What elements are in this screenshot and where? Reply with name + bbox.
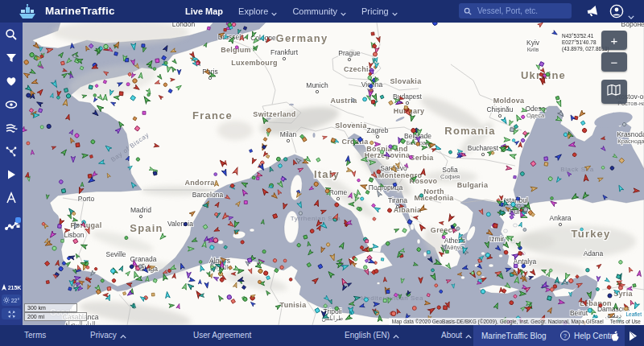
left-toolbar: 215K 22° — [0, 23, 23, 325]
vessel-search-icon[interactable] — [5, 28, 18, 41]
scale-mi: 200 mi — [24, 312, 87, 321]
svg-text:Italy: Italy — [314, 168, 340, 180]
svg-text:Ankara: Ankara — [550, 214, 572, 222]
svg-text:Turkey: Turkey — [572, 228, 611, 240]
sidebar-status: 215K 22° — [0, 284, 23, 322]
favorites-heart-icon[interactable] — [5, 75, 18, 88]
voyage-forecast-icon[interactable] — [5, 220, 18, 233]
svg-text:Madrid: Madrid — [130, 206, 151, 214]
lake-garda — [313, 133, 316, 138]
nav-live-map[interactable]: Live Map — [185, 6, 223, 16]
search-icon — [464, 4, 472, 19]
weather-temperature-button[interactable]: 22° — [2, 295, 21, 306]
blog-link[interactable]: MarineTraffic Blog — [473, 325, 555, 346]
svg-text:Munich: Munich — [306, 81, 328, 89]
svg-text:Slovakia: Slovakia — [390, 77, 423, 85]
terms-of-use-link[interactable]: Terms of Use — [610, 319, 641, 324]
brand-name[interactable]: MarineTraffic — [45, 5, 115, 17]
privacy-link[interactable]: Privacy — [90, 331, 126, 340]
measure-tool-icon[interactable] — [5, 192, 18, 204]
apple-app-store-icon[interactable] — [610, 331, 620, 342]
svg-text:Tirana: Tirana — [388, 196, 407, 204]
svg-text:Chișinău: Chișinău — [486, 105, 513, 113]
nav-explore[interactable]: Explore — [238, 6, 277, 16]
routes-network-icon[interactable] — [5, 145, 18, 158]
svg-text:Mediterranean Sea: Mediterranean Sea — [361, 295, 423, 302]
svg-text:Romania: Romania — [444, 125, 495, 137]
search-input[interactable] — [476, 6, 559, 16]
terms-link[interactable]: Terms — [24, 331, 46, 340]
chevron-up-icon — [120, 332, 126, 338]
map-svg[interactable]: GermanyFranceSpainItalyRomaniaUkraineTur… — [23, 23, 644, 325]
map-layers-button[interactable] — [601, 80, 627, 104]
scale-km: 300 km — [24, 303, 77, 312]
island-corfu — [411, 224, 415, 230]
svg-text:London: London — [172, 23, 196, 28]
svg-text:Воронеж: Воронеж — [621, 23, 644, 28]
vessel-count-badge[interactable]: 215K — [2, 284, 22, 291]
svg-text:Tunisia: Tunisia — [280, 301, 308, 309]
nav-community[interactable]: Community — [292, 6, 346, 16]
top-navbar: MarineTraffic Live Map Explore Community… — [0, 0, 644, 23]
bottom-bar: Terms Privacy User Agreement English (EN… — [0, 325, 644, 346]
svg-text:Valencia: Valencia — [167, 220, 193, 228]
zoom-in-button[interactable]: + — [601, 31, 627, 50]
island-ibiza — [218, 241, 224, 245]
svg-text:Andorra: Andorra — [184, 179, 215, 187]
svg-text:Barcelona: Barcelona — [192, 191, 224, 199]
svg-text:Izmir: Izmir — [489, 235, 505, 243]
chevron-down-icon — [341, 9, 346, 14]
svg-text:Frankfurt: Frankfurt — [270, 48, 299, 56]
global-search[interactable] — [459, 3, 572, 19]
svg-text:Bucharest: Bucharest — [468, 144, 499, 152]
svg-text:KyivКиїв: KyivКиїв — [526, 39, 540, 53]
svg-text:Adana: Adana — [584, 249, 604, 257]
zoom-controls: + − — [601, 31, 627, 74]
weather-wind-icon[interactable] — [5, 122, 18, 134]
svg-text:Zagreb: Zagreb — [367, 126, 389, 134]
about-menu[interactable]: About — [441, 331, 471, 340]
user-agreement-link[interactable]: User Agreement — [193, 331, 251, 340]
svg-text:Подгорица: Подгорица — [369, 183, 403, 192]
google-play-icon[interactable] — [629, 331, 638, 341]
filters-icon[interactable] — [5, 51, 18, 64]
nav-pricing[interactable]: Pricing — [361, 6, 398, 16]
language-selector[interactable]: English (EN) — [345, 331, 398, 340]
chevron-down-icon — [392, 9, 398, 14]
svg-text:France: France — [192, 109, 233, 122]
chevron-up-icon — [393, 332, 398, 338]
svg-text:Lisbon: Lisbon — [64, 231, 84, 239]
playback-icon[interactable] — [5, 168, 18, 181]
svg-text:Serbia: Serbia — [410, 154, 434, 162]
marinetraffic-logo-icon[interactable] — [14, 2, 40, 23]
density-maps-icon[interactable] — [5, 98, 18, 111]
expand-map-button[interactable] — [2, 308, 21, 319]
svg-text:Beirut: Beirut — [570, 309, 588, 317]
svg-text:Bosnia andHerzegovina: Bosnia andHerzegovina — [365, 145, 411, 159]
zoom-out-button[interactable]: − — [601, 52, 627, 72]
svg-text:Milan: Milan — [280, 130, 297, 138]
svg-text:Luxembourg: Luxembourg — [231, 59, 278, 67]
svg-text:KrasnodarКраснодар: KrasnodarКраснодар — [617, 130, 644, 145]
svg-text:Slovenia: Slovenia — [335, 122, 367, 130]
svg-text:Bulgaria: Bulgaria — [457, 181, 489, 189]
announcements-icon[interactable] — [585, 5, 599, 21]
leaflet-attribution-link[interactable]: Leaflet — [623, 311, 644, 318]
chevron-down-icon — [271, 9, 277, 14]
svg-text:Prague: Prague — [338, 49, 361, 57]
svg-text:SofiaСофия: SofiaСофия — [440, 166, 460, 180]
svg-text:Spain: Spain — [130, 222, 163, 234]
chevron-up-icon — [465, 332, 471, 338]
svg-text:Germany: Germany — [276, 32, 328, 44]
svg-text:Moldova: Moldova — [493, 97, 525, 105]
lock-icon — [15, 217, 21, 223]
svg-text:Rome: Rome — [329, 188, 348, 196]
account-chevron-icon[interactable] — [628, 9, 634, 23]
map-canvas[interactable]: GermanyFranceSpainItalyRomaniaUkraineTur… — [23, 23, 644, 325]
folded-map-icon — [607, 84, 621, 99]
svg-text:Seville: Seville — [105, 250, 126, 258]
svg-text:Istanbul: Istanbul — [504, 196, 528, 204]
account-icon[interactable] — [609, 4, 624, 22]
help-icon: ? — [560, 331, 570, 340]
svg-text:Switzerland: Switzerland — [253, 110, 295, 118]
